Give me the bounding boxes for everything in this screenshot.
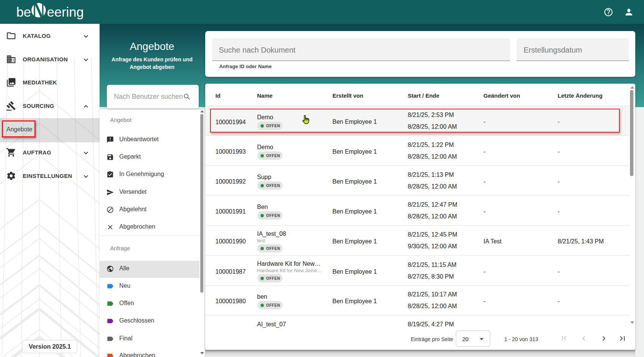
svg-text:eering: eering <box>47 5 84 19</box>
svg-text:be: be <box>16 5 31 19</box>
